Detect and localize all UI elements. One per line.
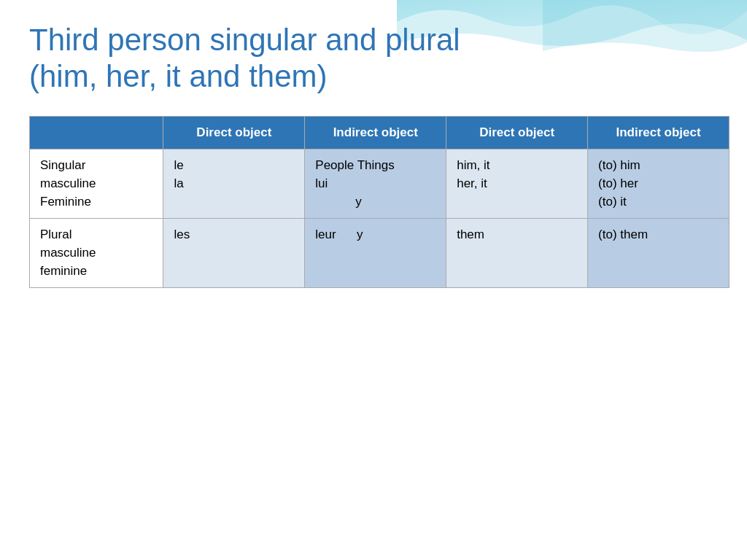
row1-do-text: lela xyxy=(174,158,183,190)
row1-io2-text: (to) him(to) her(to) it xyxy=(598,158,640,208)
row1-io-lui: lui xyxy=(315,176,328,190)
row1-io-y: y xyxy=(315,193,436,211)
row2-io2-text: (to) them xyxy=(598,228,648,241)
header-direct-object-2: Direct object xyxy=(446,116,588,149)
row2-io-leur: leur xyxy=(315,228,336,241)
page-title: Third person singular and plural (him, h… xyxy=(29,22,525,96)
row1-indirect-object-2: (to) him(to) her(to) it xyxy=(588,149,729,219)
row1-label-text: SingularmasculineFeminine xyxy=(40,158,96,208)
title-line1: Third person singular and plural xyxy=(29,23,460,57)
table-row-plural: Pluralmasculinefeminine les leur y them … xyxy=(30,219,729,288)
row1-do2-text: him, ither, it xyxy=(457,158,489,190)
row2-label: Pluralmasculinefeminine xyxy=(30,219,163,288)
row2-direct-object: les xyxy=(163,219,305,288)
row2-indirect-object: leur y xyxy=(305,219,446,288)
row1-indirect-object: People Things lui y xyxy=(305,149,446,219)
header-direct-object-1: Direct object xyxy=(163,116,305,149)
row2-direct-object-2: them xyxy=(446,219,588,288)
row1-label: SingularmasculineFeminine xyxy=(30,149,163,219)
row1-io-people: People Things xyxy=(315,158,394,172)
row1-direct-object-2: him, ither, it xyxy=(446,149,588,219)
header-indirect-object-1: Indirect object xyxy=(305,116,446,149)
table-row-singular: SingularmasculineFeminine lela People Th… xyxy=(30,149,729,219)
table-header-row: Direct object Indirect object Direct obj… xyxy=(30,116,729,149)
row2-label-text: Pluralmasculinefeminine xyxy=(40,228,96,277)
row2-do-text: les xyxy=(174,228,190,241)
page-content: Third person singular and plural (him, h… xyxy=(0,0,747,310)
header-indirect-object-2: Indirect object xyxy=(588,116,729,149)
row2-indirect-object-2: (to) them xyxy=(588,219,729,288)
title-line2: (him, her, it and them) xyxy=(29,59,328,93)
row2-io-y: y xyxy=(357,228,363,241)
row2-do2-text: them xyxy=(457,228,484,241)
pronoun-table: Direct object Indirect object Direct obj… xyxy=(29,116,729,288)
header-empty xyxy=(30,116,163,149)
row1-direct-object: lela xyxy=(163,149,305,219)
